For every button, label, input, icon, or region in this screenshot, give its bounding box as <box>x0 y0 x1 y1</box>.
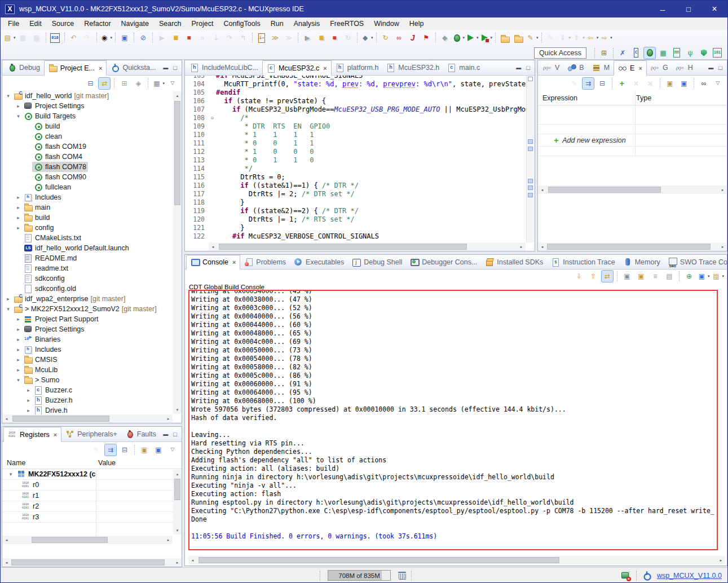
menu-item-refactor[interactable]: Refactor <box>79 19 116 29</box>
scroll-left-icon[interactable] <box>209 242 217 251</box>
expressions-empty-row[interactable] <box>538 147 727 156</box>
expanded-arrow-icon[interactable]: ▾ <box>7 471 15 477</box>
tree-item-buzzer-h[interactable]: ▸Buzzer.h <box>2 395 182 405</box>
collapsed-arrow-icon[interactable]: ▸ <box>15 195 22 200</box>
stop-search-button[interactable]: ⊘ <box>137 32 149 44</box>
collapsed-arrow-icon[interactable]: ▸ <box>15 326 22 332</box>
show-details-button[interactable]: ✎ <box>90 444 103 456</box>
suspend-all-button[interactable]: ▮▮ <box>315 32 327 44</box>
layout-button[interactable]: ⇉ <box>104 444 117 456</box>
tab-debugger-cons[interactable]: Debugger Cons... <box>406 255 481 269</box>
tree-item-clean[interactable]: clean <box>2 131 182 142</box>
tree-item-idf-wpa2-enterprise[interactable]: ▸idf_wpa2_enterprise [git master] <box>2 294 182 304</box>
collapsed-arrow-icon[interactable]: ▸ <box>15 357 22 363</box>
tree-item-config[interactable]: ▸config <box>2 223 182 233</box>
tree-item-project-settings[interactable]: ▸Project Settings <box>2 101 182 111</box>
filters-button[interactable]: ◈ <box>132 77 144 90</box>
collapsed-arrow-icon[interactable]: ▸ <box>15 215 22 220</box>
tab-debug-shell[interactable]: Debug Shell <box>348 255 406 269</box>
menu-item-search[interactable]: Search <box>154 19 187 29</box>
occurrence-marker[interactable] <box>528 186 533 190</box>
remove-expression-button[interactable]: × <box>630 77 642 90</box>
terminate-consoles-icon[interactable] <box>621 571 630 580</box>
collapse-all-button[interactable]: ⊟ <box>596 77 608 90</box>
collapsed-arrow-icon[interactable]: ▸ <box>25 408 32 413</box>
view-menu-button[interactable]: ▽ <box>166 444 179 456</box>
scroll-left-icon[interactable] <box>2 558 11 567</box>
tab-swo-trace-conf[interactable]: SWO Trace Conf... <box>664 255 727 269</box>
tab-registers[interactable]: Registers <box>3 427 61 442</box>
window-close-button[interactable] <box>701 1 727 17</box>
code-editor[interactable]: 103#if McuESP32_VERBOSE_CONTROL_SIGNALS1… <box>185 76 535 242</box>
code-line[interactable]: 106 if (state != prevState) { <box>185 97 535 105</box>
tree-item-main[interactable]: ▸main <box>2 202 182 213</box>
overview-ruler[interactable] <box>526 76 535 242</box>
registers-vscrollbar[interactable] <box>173 470 182 535</box>
tree-item-readme-txt[interactable]: readme.txt <box>2 263 182 273</box>
show-full-paths-button[interactable]: ≫ <box>269 32 281 44</box>
scrollbar-thumb[interactable] <box>198 557 559 563</box>
scroll-lock-button[interactable]: ▣ <box>621 270 633 282</box>
code-line[interactable]: 114 */ <box>185 165 535 173</box>
tree-item-sdkconfig-old[interactable]: sdkconfig.old <box>2 284 182 294</box>
tree-item-build-targets[interactable]: ▾Build Targets <box>2 111 182 121</box>
marker-button[interactable]: ✎▾ <box>526 32 539 44</box>
scroll-down-icon[interactable] <box>173 405 182 414</box>
instruction-stepping-button[interactable]: i→ <box>255 32 268 44</box>
tab-quicksta[interactable]: Quicksta... <box>107 60 160 75</box>
expanded-arrow-icon[interactable]: ▾ <box>5 93 12 99</box>
maximize-icon[interactable] <box>173 431 177 438</box>
new-rendering-button[interactable]: ▣ <box>664 77 676 90</box>
ide-perspective-button[interactable]: ✗ <box>616 47 629 59</box>
save-all-button[interactable]: ▦ <box>30 32 43 44</box>
scroll-up-icon[interactable] <box>173 470 182 478</box>
download-target-button[interactable]: ⇩▾ <box>558 32 571 44</box>
tree-item-project-settings[interactable]: ▸Project Settings <box>2 324 182 334</box>
layout-button[interactable]: ⇉ <box>582 77 594 90</box>
scroll-right-icon[interactable] <box>164 536 173 544</box>
menu-item-navigate[interactable]: Navigate <box>116 19 154 29</box>
menu-item-window[interactable]: Window <box>369 19 404 29</box>
code-line[interactable]: 107 if (McuESP32_UsbPrgMode==McuESP32_US… <box>185 105 535 114</box>
close-icon[interactable] <box>54 431 57 438</box>
tree-item-readme-md[interactable]: README.md <box>2 253 182 263</box>
editor-hscrollbar[interactable] <box>209 242 526 251</box>
tab-mcuesp32-h[interactable]: McuESP32.h <box>382 60 443 75</box>
collapsed-arrow-icon[interactable]: ▸ <box>15 103 22 109</box>
step-into-button[interactable]: ⇣ <box>210 32 222 44</box>
terminate-all-button[interactable]: ■ <box>328 32 341 44</box>
display-selected-console-dropdown-icon[interactable]: ▾ <box>708 274 710 279</box>
menu-item-freertos[interactable]: FreeRTOS <box>325 19 369 29</box>
scroll-right-icon[interactable] <box>164 414 173 423</box>
tab-peripherals[interactable]: Peripherals+ <box>61 427 121 441</box>
run-dropdown-icon[interactable]: ▾ <box>476 36 479 40</box>
open-project-directory-button[interactable] <box>498 32 511 44</box>
collapsed-arrow-icon[interactable]: ▸ <box>15 205 22 210</box>
profiles-dropdown-icon[interactable]: ▾ <box>111 36 113 40</box>
scrollbar-thumb[interactable] <box>174 479 180 500</box>
expanded-arrow-icon[interactable]: ▾ <box>5 306 12 312</box>
debug-button[interactable]: ▾ <box>452 32 465 44</box>
display-selected-console-button[interactable]: ▣▾ <box>697 270 710 282</box>
code-line[interactable]: 122 #if McuESP32_VERBOSE_CONTROL_SIGNALS <box>185 232 535 241</box>
step-over-button[interactable]: ↷ <box>223 32 236 44</box>
expanded-arrow-icon[interactable]: ▾ <box>15 377 22 383</box>
save-button[interactable]: ▦ <box>17 32 29 44</box>
collapsed-arrow-icon[interactable]: ▸ <box>25 398 32 403</box>
code-line[interactable]: 115 DtrRts = 0; <box>185 173 535 182</box>
new-wizard-button[interactable]: ▤▾ <box>3 32 16 44</box>
external-tools-dropdown-icon[interactable]: ▾ <box>491 36 493 40</box>
column-divider[interactable] <box>635 91 636 157</box>
restart-button[interactable]: ↻ <box>342 32 354 44</box>
scrollbar-thumb[interactable] <box>219 244 467 250</box>
scroll-right-icon[interactable] <box>718 186 727 194</box>
additions-button[interactable]: ⊞ <box>118 77 130 90</box>
step-return-button[interactable]: ↰ <box>237 32 249 44</box>
clear-console-button[interactable]: ≡ <box>649 270 661 282</box>
scroll-right-icon[interactable] <box>173 558 182 567</box>
build-all-dropdown-icon[interactable]: ▾ <box>371 36 373 40</box>
minimize-icon[interactable] <box>163 65 168 70</box>
resume-button[interactable]: ▶ <box>156 32 168 44</box>
tree-item-sdkconfig[interactable]: sdkconfig <box>2 273 182 284</box>
register-row-mk22fx512xxx12-c[interactable]: ▾MK22FX512xxx12 (c <box>2 469 182 480</box>
